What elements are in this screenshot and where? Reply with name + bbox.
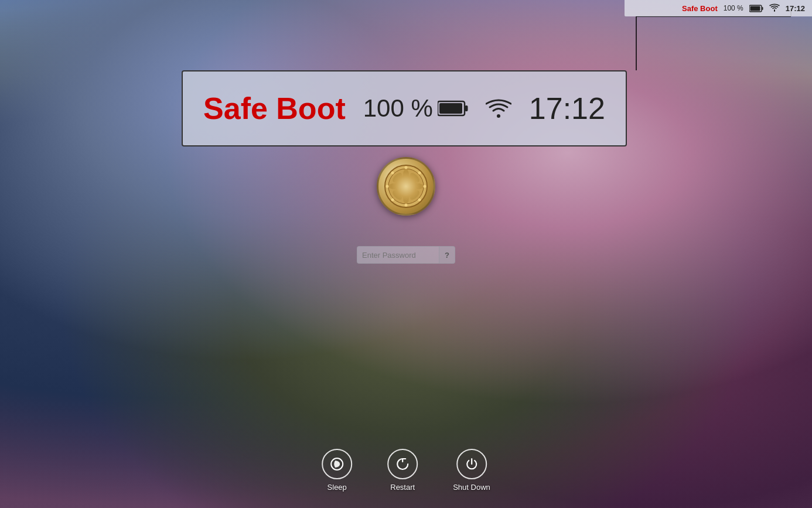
- zoom-battery-section: 100 %: [363, 94, 468, 122]
- zoom-wifi-icon: [486, 98, 511, 119]
- battery-icon: [749, 5, 763, 12]
- user-avatar: [377, 157, 435, 216]
- zoom-safe-boot-label: Safe Boot: [203, 91, 346, 126]
- shutdown-icon: [456, 449, 487, 479]
- svg-point-25: [424, 185, 427, 188]
- zoom-battery-icon: [438, 100, 468, 117]
- svg-rect-8: [439, 103, 462, 114]
- sand-dollar-image: [383, 163, 429, 210]
- shutdown-button[interactable]: Shut Down: [453, 449, 490, 492]
- svg-point-24: [386, 185, 389, 188]
- svg-point-23: [405, 204, 408, 207]
- restart-label: Restart: [390, 483, 415, 492]
- svg-rect-7: [465, 105, 468, 111]
- restart-icon: [387, 449, 418, 479]
- svg-point-22: [405, 166, 408, 169]
- svg-point-12: [403, 169, 409, 180]
- clock-display: 17:12: [786, 4, 805, 13]
- battery-percent: 100 %: [724, 4, 743, 12]
- svg-point-21: [404, 184, 408, 189]
- user-avatar-container: [377, 157, 435, 216]
- zoom-callout-box: Safe Boot 100 % 17:12: [182, 70, 627, 146]
- svg-rect-4: [762, 7, 763, 10]
- sleep-label: Sleep: [327, 483, 347, 492]
- svg-rect-5: [750, 6, 760, 11]
- shutdown-label: Shut Down: [453, 483, 490, 492]
- status-bar: Safe Boot 100 % 17:12: [625, 0, 812, 16]
- svg-point-29: [391, 199, 394, 202]
- safe-boot-label: Safe Boot: [682, 4, 718, 13]
- svg-point-27: [418, 199, 421, 202]
- zoom-clock-display: 17:12: [529, 91, 605, 126]
- svg-point-13: [403, 192, 409, 204]
- svg-point-26: [391, 172, 394, 175]
- sleep-button[interactable]: Sleep: [322, 449, 352, 492]
- svg-point-14: [388, 183, 400, 189]
- zoom-battery-percent: 100 %: [363, 94, 433, 122]
- password-input[interactable]: [357, 246, 439, 264]
- svg-point-15: [412, 183, 424, 189]
- password-area[interactable]: ?: [357, 246, 455, 264]
- svg-point-28: [418, 172, 421, 175]
- restart-button[interactable]: Restart: [387, 449, 418, 492]
- password-help-button[interactable]: ?: [439, 246, 455, 264]
- svg-point-11: [388, 169, 424, 204]
- sleep-icon: [322, 449, 352, 479]
- wifi-icon: [769, 4, 780, 13]
- bottom-actions-bar: Sleep Restart Shut Down: [322, 449, 490, 492]
- svg-point-9: [497, 114, 500, 118]
- svg-point-20: [401, 182, 411, 191]
